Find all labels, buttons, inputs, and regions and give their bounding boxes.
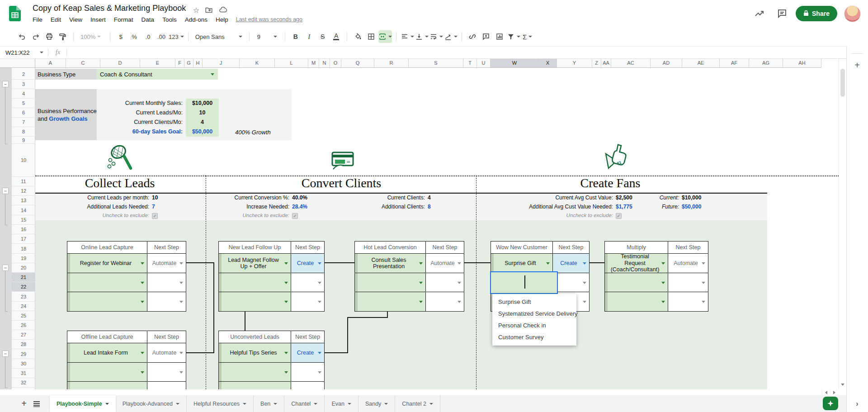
column-header-Q[interactable]: Q — [341, 58, 374, 68]
dropdown-option-personal-check-in[interactable]: Personal Check in — [492, 320, 576, 331]
row-header-7[interactable]: 7 — [12, 118, 35, 127]
new-lead-follow-up-next-step-dropdown[interactable]: Create — [291, 254, 324, 273]
chevron-down-icon[interactable] — [284, 371, 288, 374]
row-header-28[interactable]: 28 — [12, 340, 35, 349]
dropdown-option-surprise-gift[interactable]: Surprise Gift — [492, 296, 576, 308]
row-group-collapse-button[interactable]: − — [2, 188, 9, 194]
row-header-19[interactable]: 19 — [12, 254, 35, 263]
row-header-12[interactable]: 12 — [12, 186, 35, 196]
hot-lead-conversion-value-dropdown[interactable] — [355, 292, 426, 311]
new-lead-follow-up-next-step-dropdown[interactable] — [291, 273, 324, 292]
insert-chart-button[interactable] — [493, 30, 506, 43]
sheet-tab-helpful-resources[interactable]: Helpful Resources — [187, 395, 254, 412]
functions-button[interactable]: Σ — [521, 30, 534, 43]
chevron-down-icon[interactable] — [318, 371, 321, 374]
new-lead-follow-up-next-step-dropdown[interactable] — [291, 292, 324, 311]
vertical-scrollbar[interactable] — [839, 58, 846, 389]
scroll-left-button[interactable] — [822, 389, 830, 395]
chevron-down-icon[interactable] — [458, 262, 461, 265]
column-header-AA[interactable]: AA — [601, 58, 611, 68]
column-header-R[interactable]: R — [374, 58, 409, 68]
chevron-down-icon[interactable] — [284, 301, 288, 303]
row-header-31[interactable]: 31 — [12, 369, 35, 378]
cloud-saved-icon[interactable] — [219, 6, 228, 15]
menu-add-ons[interactable]: Add-ons — [181, 15, 212, 24]
chevron-down-icon[interactable] — [284, 352, 288, 354]
unconverted-leads-value-dropdown[interactable]: Helpful Tips Series — [219, 343, 291, 363]
scroll-down-button[interactable] — [839, 380, 846, 389]
chevron-down-icon[interactable] — [702, 282, 705, 284]
exclude-checkbox[interactable]: ✓ — [292, 213, 298, 219]
column-header-E[interactable]: E — [140, 58, 175, 68]
column-header-L[interactable]: L — [275, 58, 308, 68]
column-header-AD[interactable]: AD — [651, 58, 682, 68]
undo-button[interactable] — [16, 30, 28, 43]
italic-button[interactable]: I — [303, 30, 316, 43]
more-formats-button[interactable]: 123 — [169, 30, 184, 43]
multiply-next-step-dropdown[interactable]: Automate — [668, 254, 708, 273]
row-header-17[interactable]: 17 — [12, 234, 35, 244]
menu-view[interactable]: View — [65, 15, 86, 24]
insert-comment-button[interactable] — [480, 30, 492, 43]
row-header-4[interactable]: 4 — [12, 89, 35, 99]
hide-side-panel-icon[interactable]: › — [851, 398, 863, 410]
explore-trend-icon[interactable] — [754, 8, 765, 19]
column-header-M[interactable]: M — [308, 58, 319, 68]
chevron-down-icon[interactable] — [419, 301, 423, 303]
last-edit-status[interactable]: Last edit was seconds ago — [236, 16, 302, 23]
chevron-down-icon[interactable] — [141, 282, 144, 284]
multiply-next-step-dropdown[interactable] — [668, 292, 708, 311]
dropdown-option-systematized-service-delivery[interactable]: Systematized Service Delivery — [492, 308, 576, 320]
row-header-11[interactable]: 11 — [12, 177, 35, 186]
font-size-select[interactable]: 9 — [254, 30, 281, 43]
redo-button[interactable] — [29, 30, 42, 43]
chevron-down-icon[interactable] — [314, 403, 317, 405]
all-sheets-button[interactable] — [30, 395, 43, 412]
column-header-K[interactable]: K — [240, 58, 275, 68]
chevron-down-icon[interactable] — [179, 301, 183, 303]
insert-link-button[interactable] — [466, 30, 479, 43]
chevron-down-icon[interactable] — [583, 301, 586, 303]
metric-value[interactable]: $50,000 — [186, 128, 219, 135]
online-lead-capture-next-step-dropdown[interactable] — [147, 273, 186, 292]
print-button[interactable] — [43, 30, 56, 43]
metric-value[interactable]: $10,000 — [186, 100, 219, 106]
column-header-W[interactable]: W — [491, 58, 539, 68]
column-header-A[interactable]: A — [35, 58, 66, 68]
strikethrough-button[interactable]: S — [316, 30, 329, 43]
chevron-down-icon[interactable] — [583, 262, 586, 265]
business-type-label-cell[interactable]: Business Type — [35, 69, 97, 80]
merge-cells-button[interactable] — [378, 30, 392, 43]
share-button[interactable]: Share — [796, 6, 837, 21]
text-color-button[interactable]: A — [330, 30, 343, 43]
chevron-down-icon[interactable] — [141, 371, 144, 374]
growth-goals-link[interactable]: Growth Goals — [49, 115, 87, 122]
row-header-25[interactable]: 25 — [12, 311, 35, 321]
row-header-2[interactable]: 2 — [12, 69, 35, 80]
hot-lead-conversion-value-dropdown[interactable] — [355, 273, 426, 292]
text-rotation-button[interactable] — [444, 30, 458, 43]
row-header-24[interactable]: 24 — [12, 302, 35, 311]
column-header-T[interactable]: T — [463, 58, 477, 68]
active-cell-editor[interactable] — [490, 271, 558, 294]
row-header-20[interactable]: 20 — [12, 263, 35, 273]
online-lead-capture-next-step-dropdown[interactable] — [147, 292, 186, 311]
scroll-right-button[interactable] — [830, 389, 838, 395]
menu-insert[interactable]: Insert — [86, 15, 110, 24]
row-group-collapse-button[interactable]: − — [2, 81, 9, 87]
chevron-down-icon[interactable] — [318, 262, 321, 265]
sheet-tab-playbook-advanced[interactable]: Playbook-Advanced — [116, 395, 187, 412]
metric-value[interactable]: 4 — [186, 119, 219, 125]
row-header-10[interactable]: 10 — [12, 144, 35, 177]
dropdown-option-customer-survey[interactable]: Customer Survey — [492, 331, 576, 343]
chevron-down-icon[interactable] — [274, 403, 277, 405]
row-group-collapse-button[interactable]: − — [2, 350, 9, 357]
column-header-G[interactable]: G — [184, 58, 193, 68]
chevron-down-icon[interactable] — [583, 282, 586, 284]
row-header-18[interactable]: 18 — [12, 244, 35, 254]
offline-lead-capture-next-step-dropdown[interactable]: Automate — [147, 343, 186, 363]
hot-lead-conversion-next-step-dropdown[interactable]: Automate — [426, 254, 464, 273]
column-header-X[interactable]: X — [539, 58, 557, 68]
chevron-down-icon[interactable] — [141, 262, 144, 265]
chevron-down-icon[interactable] — [384, 403, 388, 405]
